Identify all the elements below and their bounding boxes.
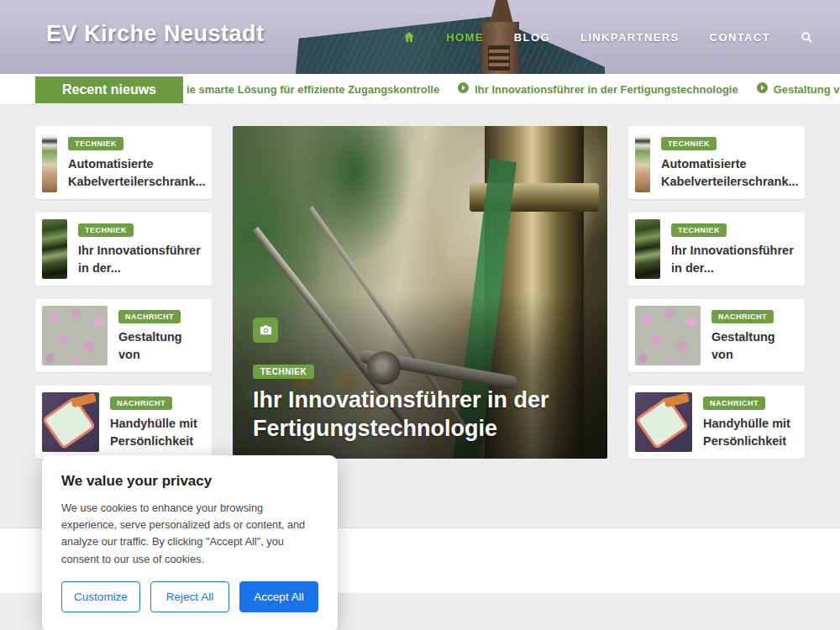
site-header: EV Kirche Neustadt HOME BLOG LINKPARTNER… (0, 0, 840, 74)
card-title[interactable]: Gestaltung von Sedumdächern (711, 328, 798, 365)
nav-item-linkpartners[interactable]: LINKPARTNERS (580, 31, 680, 44)
card-title[interactable]: Gestaltung von Sedumdächern (118, 328, 205, 365)
sidebar-right: TECHNIEK Automatisierte Kabelverteilersc… (628, 126, 805, 528)
category-badge[interactable]: TECHNIEK (671, 223, 727, 237)
category-badge[interactable]: NACHRICHT (711, 310, 774, 323)
ticker-items: ie smarte Lösung für effiziente Zugangsk… (186, 74, 840, 104)
card-thumbnail (635, 133, 650, 192)
card-thumbnail (42, 219, 67, 279)
card-title[interactable]: Handyhülle mit Persönlichkeit (703, 415, 798, 450)
category-badge[interactable]: TECHNIEK (78, 223, 134, 237)
reject-all-button[interactable]: Reject All (150, 581, 229, 612)
ticker-item[interactable]: ie smarte Lösung für effiziente Zugangsk… (186, 83, 439, 96)
news-card[interactable]: TECHNIEK Ihr Innovationsführer in der... (35, 213, 212, 286)
news-card[interactable]: TECHNIEK Automatisierte Kabelverteilersc… (35, 126, 212, 199)
cookie-title: We value your privacy (61, 473, 318, 490)
category-badge[interactable]: NACHRICHT (110, 396, 172, 410)
news-card[interactable]: NACHRICHT Gestaltung von Sedumdächern (628, 299, 805, 372)
camera-icon[interactable] (253, 318, 278, 343)
category-badge[interactable]: TECHNIEK (68, 137, 123, 150)
category-badge[interactable]: TECHNIEK (253, 365, 314, 379)
card-title[interactable]: Automatisierte Kabelverteilerschrank... (661, 155, 798, 191)
nav-item-home[interactable]: HOME (446, 31, 484, 44)
card-title[interactable]: Ihr Innovationsführer in der... (78, 242, 205, 277)
card-title[interactable]: Automatisierte Kabelverteilerschrank... (68, 155, 205, 191)
nav-item-contact[interactable]: CONTACT (710, 31, 770, 44)
main-nav: HOME BLOG LINKPARTNERS CONTACT (402, 30, 813, 44)
cookie-consent-dialog: We value your privacy We use cookies to … (42, 455, 338, 630)
arrow-circle-icon (757, 82, 768, 96)
card-thumbnail (635, 306, 701, 365)
ticker-item[interactable]: Ihr Innovationsführer in der Fertigungst… (458, 82, 738, 96)
site-title[interactable]: EV Kirche Neustadt (46, 21, 265, 47)
cookie-body-text: We use cookies to enhance your browsing … (61, 500, 318, 568)
news-card[interactable]: TECHNIEK Automatisierte Kabelverteilersc… (628, 126, 805, 199)
news-card[interactable]: NACHRICHT Handyhülle mit Persönlichkeit (35, 386, 212, 459)
news-card[interactable]: NACHRICHT Handyhülle mit Persönlichkeit (628, 386, 805, 459)
nav-item-blog[interactable]: BLOG (514, 31, 550, 44)
news-ticker: Recent nieuws ie smarte Lösung für effiz… (0, 74, 840, 105)
category-badge[interactable]: TECHNIEK (661, 137, 717, 150)
home-icon[interactable] (402, 30, 416, 44)
news-card[interactable]: TECHNIEK Ihr Innovationsführer in der... (628, 213, 805, 286)
card-thumbnail (42, 392, 99, 452)
customize-button[interactable]: Customize (61, 581, 140, 612)
ticker-item[interactable]: Gestaltung von Sed (757, 82, 840, 96)
news-card[interactable]: NACHRICHT Gestaltung von Sedumdächern (35, 299, 212, 372)
accept-all-button[interactable]: Accept All (239, 581, 318, 612)
card-title[interactable]: Handyhülle mit Persönlichkeit (110, 415, 205, 450)
search-icon[interactable] (801, 31, 813, 44)
card-title[interactable]: Ihr Innovationsführer in der... (671, 242, 798, 277)
category-badge[interactable]: NACHRICHT (703, 396, 765, 410)
card-thumbnail (635, 392, 692, 452)
arrow-circle-icon (458, 82, 469, 96)
card-thumbnail (635, 219, 660, 279)
featured-post-title[interactable]: Ihr Innovationsführer in der Fertigungst… (253, 386, 587, 444)
category-badge[interactable]: NACHRICHT (118, 310, 181, 323)
featured-post[interactable]: TECHNIEK Ihr Innovationsführer in der Fe… (233, 126, 607, 459)
church-roof-image (296, 17, 605, 74)
ticker-label: Recent nieuws (35, 76, 183, 103)
card-thumbnail (42, 133, 57, 192)
card-thumbnail (42, 306, 108, 365)
